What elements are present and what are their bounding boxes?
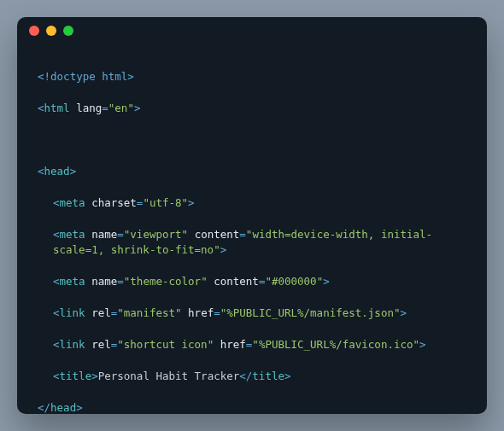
maximize-icon[interactable] — [63, 26, 73, 36]
minimize-icon[interactable] — [46, 26, 56, 36]
titlebar — [17, 17, 487, 44]
editor-window: <!doctype html> <html lang="en"> <head> … — [17, 17, 487, 414]
close-icon[interactable] — [29, 26, 39, 36]
doctype: <!doctype html> — [38, 70, 134, 83]
code-area: <!doctype html> <html lang="en"> <head> … — [17, 44, 487, 414]
page-title-text: Personal Habit Tracker — [98, 370, 240, 382]
